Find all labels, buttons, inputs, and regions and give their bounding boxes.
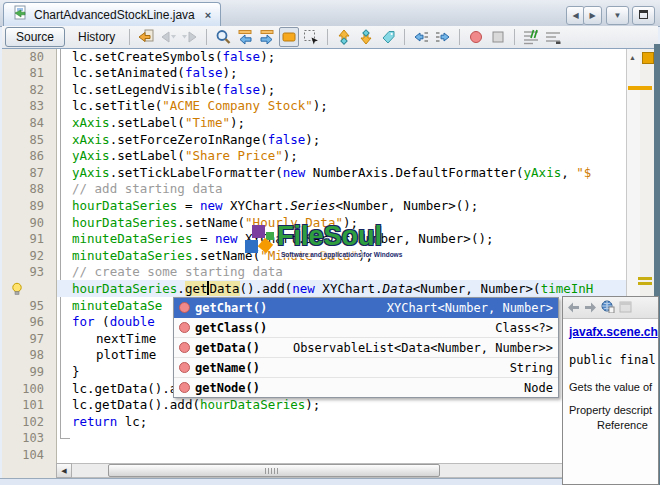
code-line[interactable]: lc.setTitle("ACME Company Stock"); [72,98,328,115]
line-number[interactable]: 97 [2,332,44,346]
line-number[interactable]: 102 [2,415,44,429]
jump-last-edit-button[interactable] [136,27,156,47]
record-macro-button[interactable] [466,27,486,47]
find-previous-button[interactable] [235,27,255,47]
line-number[interactable]: 84 [2,116,44,130]
find-selection-button[interactable] [213,27,233,47]
completion-method-name: getData() [195,341,260,355]
gutter-corner [2,463,56,478]
next-bookmark-button[interactable] [356,27,376,47]
code-token: xAxis [72,132,110,147]
line-number[interactable]: 85 [2,133,44,147]
code-line[interactable]: // create some starting data [72,264,283,281]
shift-line-left-button[interactable] [411,27,431,47]
code-line[interactable]: minuteDataSe [72,298,162,315]
javadoc-back-icon[interactable] [567,299,580,317]
line-number[interactable]: 86 [2,149,44,163]
code-line[interactable]: lc.setLegendVisible(false); [72,82,275,99]
completion-item[interactable]: getNode()Node [174,378,558,397]
chevron-down-icon: ▼ [614,11,622,20]
code-token: lc.setLegendVisible( [72,82,223,97]
line-number[interactable]: 80 [2,50,44,64]
file-status-indicator[interactable] [642,52,654,64]
code-token: hourDataSeries [72,281,177,296]
warning-stripe-mark[interactable] [628,86,652,90]
code-line[interactable]: lc.setCreateSymbols(false); [72,49,275,66]
show-in-browser-icon[interactable] [601,299,615,317]
back-button[interactable] [158,27,178,47]
comment-button[interactable] [521,27,541,47]
line-number[interactable]: 99 [2,365,44,379]
javadoc-package-link[interactable]: javafx.scene.ch [569,325,658,339]
line-number[interactable]: 103 [2,431,44,445]
code-line[interactable]: lc.setAnimated(false); [72,65,238,82]
history-view-button[interactable]: History [69,28,124,46]
code-token: hourDataSeries [72,215,177,230]
code-line[interactable]: yAxis.setTickLabelFormatter(new NumberAx… [72,165,591,182]
javadoc-property-label: Property descript [569,404,658,416]
line-number[interactable]: 83 [2,99,44,113]
scroll-up-arrow-icon[interactable]: ▲ [629,54,636,61]
completion-item[interactable]: getName()String [174,358,558,378]
code-line[interactable]: } [72,364,80,381]
code-line[interactable]: yAxis.setLabel("Share Price"); [72,148,298,165]
previous-bookmark-button[interactable] [334,27,354,47]
code-line[interactable]: xAxis.setLabel("Time"); [72,115,245,132]
uncomment-button[interactable] [543,27,563,47]
line-number[interactable]: 95 [2,299,44,313]
tab-chartadvancedstockline[interactable]: ChartAdvancedStockLine.java × [3,2,221,26]
toolbar-separator [206,29,207,45]
line-number[interactable]: 90 [2,216,44,230]
code-token: .setLabel( [110,115,185,130]
rect-selection-button[interactable] [301,27,321,47]
scroll-left-arrow-button[interactable]: ◀ [56,463,72,478]
completion-method-name: getChart() [195,301,267,315]
line-number[interactable]: 92 [2,249,44,263]
hint-stripe-mark[interactable] [638,277,652,280]
javadoc-forward-icon[interactable] [584,299,597,317]
tab-list-dropdown-button[interactable]: ▼ [606,6,629,25]
hint-lightbulb-icon[interactable] [10,282,24,300]
forward-button[interactable] [180,27,200,47]
line-number[interactable]: 96 [2,315,44,329]
line-number[interactable]: 91 [2,232,44,246]
completion-item[interactable]: getClass()Class<?> [174,318,558,338]
line-number[interactable]: 89 [2,199,44,213]
code-line[interactable]: // add starting data [72,181,223,198]
line-number[interactable]: 82 [2,83,44,97]
stop-macro-button[interactable] [488,27,508,47]
code-line[interactable]: return lc; [72,414,147,431]
hint-stripe-mark[interactable] [638,282,652,285]
code-token: .setForceZeroInRange( [110,132,268,147]
tab-close-icon[interactable]: × [205,9,211,21]
completion-item[interactable]: getChart()XYChart<Number, Number> [174,298,558,318]
shift-line-right-button[interactable] [433,27,453,47]
external-browser-icon[interactable] [619,299,632,317]
line-number[interactable]: 93 [2,265,44,279]
horizontal-scrollbar-thumb[interactable] [108,464,440,477]
code-line[interactable]: for (double [72,314,162,331]
code-line[interactable]: lc.getData().add(hourDataSeries); [72,397,320,414]
code-token: minuteDataSeries [72,231,192,246]
line-number[interactable]: 104 [2,448,44,462]
find-next-button[interactable] [257,27,277,47]
completion-item[interactable]: getData()ObservableList<Data<Number, Num… [174,338,558,358]
toggle-highlight-button[interactable] [279,27,299,47]
code-line[interactable]: hourDataSeries.getData().add(new XYChart… [72,281,593,298]
code-token: ); [260,49,275,64]
maximize-window-button[interactable] [632,6,655,25]
code-line[interactable]: nextTime [96,331,156,348]
code-line[interactable]: xAxis.setForceZeroInRange(false); [72,132,320,149]
scroll-tabs-right-button[interactable]: ▶ [583,6,602,25]
line-number[interactable]: 101 [2,398,44,412]
line-number[interactable]: 81 [2,66,44,80]
code-line[interactable]: plotTime [96,347,156,364]
code-line[interactable]: hourDataSeries = new XYChart.Series<Numb… [72,198,478,215]
line-number-gutter[interactable]: 8081828384858687888990919293959697989910… [2,49,57,464]
line-number[interactable]: 87 [2,166,44,180]
source-view-button[interactable]: Source [5,27,65,47]
line-number[interactable]: 98 [2,348,44,362]
line-number[interactable]: 88 [2,182,44,196]
toggle-bookmark-button[interactable] [378,27,398,47]
line-number[interactable]: 100 [2,382,44,396]
